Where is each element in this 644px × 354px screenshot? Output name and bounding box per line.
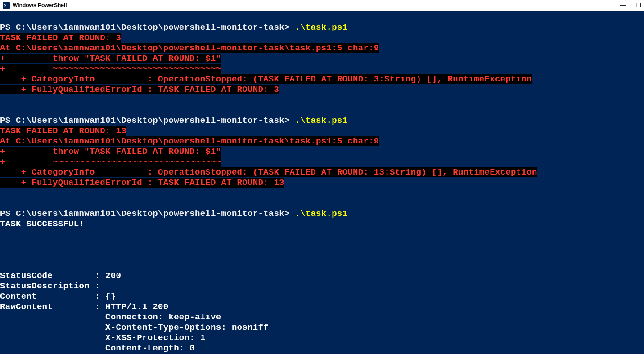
- powershell-icon: ≥_: [3, 2, 10, 9]
- prompt-path: PS C:\Users\iamnwani01\Desktop\powershel…: [0, 116, 295, 125]
- blank-line: [0, 95, 644, 105]
- prompt-path: PS C:\Users\iamnwani01\Desktop\powershel…: [0, 22, 295, 32]
- error-id: + FullyQualifiedErrorId : TASK FAILED AT…: [0, 178, 284, 188]
- minimize-button[interactable]: —: [620, 0, 626, 11]
- maximize-button[interactable]: ❐: [636, 0, 641, 11]
- blank-line: [0, 229, 644, 240]
- window-titlebar: ≥_ Windows PowerShell — ❐: [0, 0, 644, 11]
- error-line: TASK FAILED AT ROUND: 13: [0, 126, 126, 136]
- error-category: + CategoryInfo : OperationStopped: (TASK…: [0, 167, 537, 177]
- command-text: .\task.ps1: [295, 209, 347, 219]
- error-line: TASK FAILED AT ROUND: 3: [0, 33, 121, 43]
- response-line: RawContent : HTTP/1.1 200: [0, 302, 168, 312]
- error-line: + ~~~~~~~~~~~~~~~~~~~~~~~~~~~~~~~~: [0, 64, 221, 74]
- command-text: .\task.ps1: [295, 116, 347, 125]
- response-line: StatusDescription :: [0, 281, 100, 291]
- response-line: X-XSS-Protection: 1: [0, 333, 205, 343]
- error-id: + FullyQualifiedErrorId : TASK FAILED AT…: [0, 85, 279, 94]
- error-line: + throw "TASK FAILED AT ROUND: $i": [0, 54, 221, 63]
- blank-line: [0, 250, 644, 260]
- response-line: Content : {}: [0, 291, 116, 301]
- prompt-path: PS C:\Users\iamnwani01\Desktop\powershel…: [0, 209, 295, 219]
- response-line: StatusCode : 200: [0, 271, 121, 281]
- response-line: X-Content-Type-Options: nosniff: [0, 323, 269, 332]
- blank-line: [0, 188, 644, 198]
- window-title: Windows PowerShell: [13, 2, 67, 9]
- success-message: TASK SUCCESSFUL!: [0, 219, 84, 229]
- error-line: At C:\Users\iamnwani01\Desktop\powershel…: [0, 43, 379, 53]
- error-line: + ~~~~~~~~~~~~~~~~~~~~~~~~~~~~~~~~: [0, 157, 221, 167]
- error-line: + throw "TASK FAILED AT ROUND: $i": [0, 147, 221, 157]
- command-text: .\task.ps1: [295, 22, 347, 32]
- response-line: Content-Length: 0: [0, 343, 195, 353]
- window-controls: — ❐: [620, 0, 641, 11]
- response-line: Connection: keep-alive: [0, 312, 221, 322]
- error-line: At C:\Users\iamnwani01\Desktop\powershel…: [0, 136, 379, 146]
- error-category: + CategoryInfo : OperationStopped: (TASK…: [0, 74, 532, 84]
- terminal-output[interactable]: PS C:\Users\iamnwani01\Desktop\powershel…: [0, 11, 644, 354]
